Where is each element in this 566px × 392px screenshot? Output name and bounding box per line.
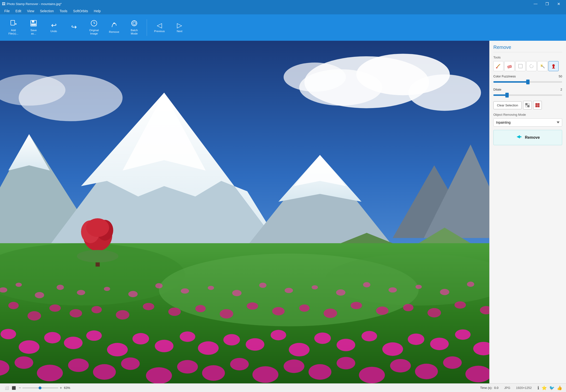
object-removing-mode-select[interactable]: Inpainting Content-Aware Fill Texture Sy… bbox=[493, 118, 562, 126]
menu-softorbits[interactable]: SoftOrbits bbox=[71, 9, 90, 14]
svg-point-62 bbox=[49, 305, 61, 312]
main-area: Remove Tools bbox=[0, 41, 566, 383]
svg-point-107 bbox=[68, 358, 89, 372]
redo-icon: ↪ bbox=[71, 24, 77, 30]
svg-rect-148 bbox=[536, 105, 537, 107]
svg-point-42 bbox=[77, 290, 85, 295]
selection-buttons-row: Clear Selection bbox=[493, 101, 562, 110]
clear-selection-button[interactable]: Clear Selection bbox=[493, 101, 522, 109]
twitter-button[interactable]: 🐦 bbox=[549, 385, 554, 391]
app-icon: 🖼 bbox=[2, 2, 5, 6]
next-button[interactable]: ▷ Next bbox=[170, 17, 189, 38]
rect-tool-button[interactable] bbox=[515, 61, 525, 71]
svg-point-91 bbox=[223, 334, 240, 346]
status-bar: ⬜ ⬛ − + 63% Time (s): 0.0 JPG 1920×1252 … bbox=[0, 383, 566, 392]
color-fuzziness-thumb[interactable] bbox=[526, 80, 530, 84]
eraser-tool-button[interactable] bbox=[504, 61, 514, 71]
svg-rect-146 bbox=[536, 103, 537, 105]
svg-point-55 bbox=[415, 285, 422, 289]
svg-point-39 bbox=[15, 283, 22, 287]
svg-point-139 bbox=[552, 64, 555, 67]
zoom-out-button[interactable]: − bbox=[19, 386, 21, 390]
menu-tools[interactable]: Tools bbox=[57, 9, 70, 14]
svg-rect-0 bbox=[11, 20, 15, 25]
svg-point-94 bbox=[289, 343, 310, 356]
lasso-tool-button[interactable] bbox=[526, 61, 537, 71]
svg-point-68 bbox=[195, 305, 206, 312]
remove-button[interactable]: Remove bbox=[493, 130, 562, 145]
svg-point-101 bbox=[455, 329, 471, 340]
svg-point-85 bbox=[86, 330, 102, 341]
remove-toolbar-button[interactable]: Remove bbox=[104, 17, 124, 38]
info-button[interactable]: ℹ bbox=[537, 385, 539, 391]
svg-point-46 bbox=[181, 289, 189, 294]
svg-point-96 bbox=[337, 339, 355, 351]
time-value: 0.0 bbox=[494, 386, 498, 390]
svg-point-92 bbox=[246, 338, 264, 351]
status-bar-right: Time (s): 0.0 JPG 1920×1252 ℹ ⭐ 🐦 👍 bbox=[480, 385, 562, 391]
minimize-button[interactable]: — bbox=[530, 0, 541, 8]
menu-selection[interactable]: Selection bbox=[38, 9, 56, 14]
svg-point-130 bbox=[496, 67, 497, 69]
undo-icon: ↩ bbox=[51, 22, 57, 29]
view-fit-button[interactable]: ⬜ bbox=[4, 386, 10, 390]
svg-point-65 bbox=[116, 310, 129, 320]
svg-point-111 bbox=[177, 360, 198, 374]
batch-mode-button[interactable]: BatchMode bbox=[125, 17, 144, 38]
previous-button[interactable]: ◁ Previous bbox=[150, 17, 169, 38]
svg-point-115 bbox=[284, 359, 305, 373]
magic-wand-tool-button[interactable] bbox=[537, 61, 548, 71]
remove-button-arrow bbox=[516, 133, 522, 142]
like-button[interactable]: 👍 bbox=[557, 385, 562, 391]
dilate-header: Dilate 2 bbox=[493, 88, 562, 91]
time-label: Time (s): 0.0 bbox=[480, 386, 499, 390]
save-as-button[interactable]: Saveas... bbox=[24, 17, 43, 38]
svg-point-78 bbox=[454, 301, 466, 309]
svg-rect-140 bbox=[553, 66, 554, 68]
svg-point-44 bbox=[128, 291, 138, 297]
canvas-image bbox=[0, 41, 489, 383]
svg-point-73 bbox=[324, 309, 337, 318]
stamp-tool-button[interactable] bbox=[549, 61, 559, 71]
svg-point-70 bbox=[247, 302, 258, 309]
svg-point-57 bbox=[467, 281, 474, 287]
menu-help[interactable]: Help bbox=[91, 9, 103, 14]
original-image-icon bbox=[90, 20, 98, 28]
select-all-button[interactable] bbox=[533, 101, 542, 110]
view-actual-button[interactable]: ⬛ bbox=[11, 386, 17, 390]
save-as-icon bbox=[30, 20, 37, 28]
tools-section: Tools bbox=[493, 56, 562, 71]
svg-point-74 bbox=[351, 302, 362, 309]
original-image-button[interactable]: OriginalImage bbox=[84, 17, 103, 38]
undo-label: Undo bbox=[50, 30, 57, 33]
restore-button[interactable]: ❐ bbox=[542, 0, 552, 8]
select-invert-button[interactable] bbox=[523, 101, 532, 110]
zoom-slider-section: − + bbox=[19, 386, 62, 390]
zoom-thumb[interactable] bbox=[39, 387, 42, 389]
remove-button-label: Remove bbox=[525, 135, 540, 140]
menu-file[interactable]: File bbox=[2, 9, 12, 14]
canvas-area[interactable] bbox=[0, 41, 489, 383]
dilate-thumb[interactable] bbox=[505, 93, 509, 98]
svg-point-43 bbox=[104, 287, 110, 291]
next-icon: ▷ bbox=[177, 22, 182, 29]
svg-point-40 bbox=[35, 292, 44, 298]
zoom-in-button[interactable]: + bbox=[60, 386, 62, 390]
save-as-label: Saveas... bbox=[30, 29, 37, 35]
add-files-button[interactable]: AddFile(s)... bbox=[4, 17, 23, 38]
color-fuzziness-track bbox=[493, 81, 562, 83]
close-button[interactable]: ✕ bbox=[553, 0, 564, 8]
svg-point-114 bbox=[252, 366, 278, 383]
svg-rect-144 bbox=[525, 105, 527, 107]
svg-rect-147 bbox=[538, 103, 539, 105]
menu-edit[interactable]: Edit bbox=[13, 9, 24, 14]
svg-point-81 bbox=[0, 329, 16, 339]
undo-button[interactable]: ↩ Undo bbox=[44, 17, 63, 38]
menu-view[interactable]: View bbox=[25, 9, 37, 14]
svg-point-61 bbox=[28, 311, 41, 321]
svg-point-90 bbox=[198, 341, 219, 355]
svg-point-99 bbox=[408, 334, 424, 345]
brush-tool-button[interactable] bbox=[493, 61, 503, 71]
redo-button[interactable]: ↪ bbox=[64, 17, 83, 38]
favorite-button[interactable]: ⭐ bbox=[542, 385, 547, 391]
